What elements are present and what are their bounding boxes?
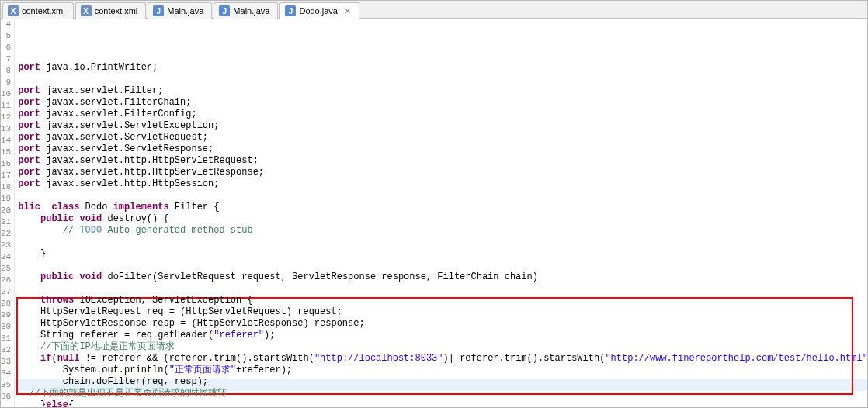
code-line[interactable]: port javax.servlet.FilterConfig; (15, 109, 868, 120)
line-number: 8 (1, 65, 11, 77)
line-number: 14 (1, 135, 11, 147)
java-file-icon: J (153, 5, 164, 16)
line-number: 17 (1, 170, 11, 182)
line-number: 15 (1, 147, 11, 158)
line-number: 30 (1, 321, 11, 333)
code-line[interactable]: HttpServletResponse resp = (HttpServletR… (15, 318, 868, 330)
code-line[interactable]: }else{ (15, 399, 868, 408)
code-line[interactable]: chain.doFilter(req, resp); (15, 376, 868, 388)
code-line[interactable]: port javax.servlet.ServletRequest; (15, 132, 868, 143)
java-file-icon: J (219, 5, 230, 16)
line-number: 29 (1, 309, 11, 321)
line-number: 26 (1, 275, 11, 286)
tab-label: context.xml (22, 6, 65, 16)
code-line[interactable]: port javax.servlet.ServletResponse; (15, 143, 868, 155)
line-number: 25 (1, 263, 11, 275)
line-number: 34 (1, 368, 11, 379)
line-number: 4 (1, 19, 11, 30)
code-line[interactable]: port javax.servlet.Filter; (15, 85, 868, 97)
code-line[interactable]: blic class Dodo implements Filter { (15, 202, 868, 213)
line-number: 24 (1, 251, 11, 263)
tab-label: Dodo.java (299, 6, 338, 16)
line-number: 28 (1, 298, 11, 309)
tab-bar: Xcontext.xmlXcontext.xmlJMain.javaJMain.… (1, 1, 867, 19)
line-number: 18 (1, 182, 11, 193)
line-number: 36 (1, 391, 11, 403)
code-line[interactable] (15, 260, 868, 271)
line-number: 10 (1, 88, 11, 100)
tab-Dodo-java[interactable]: JDodo.java✕ (279, 2, 359, 19)
code-line[interactable]: public void doFilter(ServletRequest requ… (15, 271, 868, 283)
line-number: 11 (1, 100, 11, 112)
tab-Main-java[interactable]: JMain.java (148, 2, 212, 19)
code-line[interactable]: //下面的IP地址是正常页面请求 (15, 341, 868, 353)
line-number: 7 (1, 54, 11, 65)
code-line[interactable]: port javax.servlet.http.HttpServletReque… (15, 155, 868, 167)
line-number: 31 (1, 333, 11, 344)
line-number: 20 (1, 205, 11, 216)
code-line[interactable]: port javax.servlet.FilterChain; (15, 97, 868, 109)
java-file-icon: J (285, 5, 296, 16)
code-line[interactable]: port javax.servlet.ServletException; (15, 120, 868, 132)
code-line[interactable] (15, 74, 868, 85)
editor-window: Xcontext.xmlXcontext.xmlJMain.javaJMain.… (0, 0, 868, 408)
line-number: 35 (1, 379, 11, 391)
line-number: 21 (1, 216, 11, 228)
line-number: 5 (1, 30, 11, 42)
code-line[interactable]: port javax.servlet.http.HttpSession; (15, 178, 868, 190)
tab-context-xml[interactable]: Xcontext.xml (2, 2, 74, 19)
code-line[interactable]: // TODO Auto-generated method stub (15, 225, 868, 237)
code-line[interactable]: throws IOException, ServletException { (15, 295, 868, 306)
line-number: 22 (1, 228, 11, 240)
code-line[interactable]: port javax.servlet.http.HttpServletRespo… (15, 167, 868, 178)
tab-label: context.xml (95, 6, 138, 16)
xml-file-icon: X (81, 5, 92, 16)
code-line[interactable] (15, 190, 868, 202)
code-line[interactable]: if(null != referer && (referer.trim().st… (15, 353, 868, 365)
line-number: 12 (1, 112, 11, 123)
code-line[interactable]: public void destroy() { (15, 213, 868, 225)
code-line[interactable]: String referer = req.getHeader("referer"… (15, 330, 868, 341)
code-line[interactable]: } (15, 248, 868, 260)
code-line[interactable]: HttpServletRequest req = (HttpServletReq… (15, 306, 868, 318)
line-number: 9 (1, 77, 11, 88)
tab-Main-java[interactable]: JMain.java (214, 2, 278, 19)
line-number: 33 (1, 356, 11, 368)
code-area: 4567891011121314151617181920212223242526… (1, 19, 867, 408)
code-line[interactable]: port java.io.PrintWriter; (15, 62, 868, 74)
line-number: 19 (1, 193, 11, 205)
close-icon[interactable]: ✕ (344, 6, 351, 16)
line-number: 6 (1, 42, 11, 54)
line-number: 27 (1, 286, 11, 298)
tab-label: Main.java (233, 6, 269, 16)
code-line[interactable] (15, 283, 868, 295)
code-line[interactable]: //下面的就是出现不是正常页面请求的时候跳转 (15, 388, 868, 399)
line-number: 32 (1, 344, 11, 356)
code-line[interactable]: System.out.println("正常页面请求"+referer); (15, 365, 868, 376)
line-number-gutter: 4567891011121314151617181920212223242526… (1, 19, 15, 408)
tab-context-xml[interactable]: Xcontext.xml (75, 2, 147, 19)
line-number: 16 (1, 158, 11, 170)
line-number: 13 (1, 123, 11, 135)
tab-label: Main.java (167, 6, 203, 16)
code-line[interactable] (15, 237, 868, 248)
xml-file-icon: X (8, 5, 19, 16)
line-number: 23 (1, 240, 11, 251)
code-content[interactable]: port java.io.PrintWriter;port javax.serv… (15, 19, 868, 408)
